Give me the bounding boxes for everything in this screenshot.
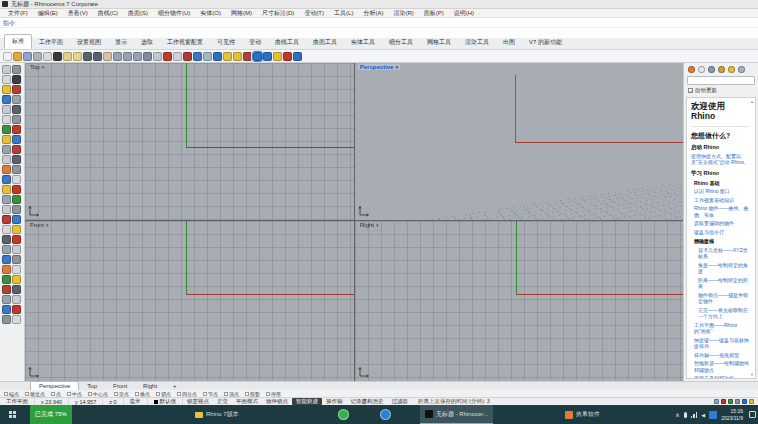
status-toggle[interactable]: 平面模式 — [232, 398, 262, 405]
osnap-toggle[interactable]: 四分点 — [177, 391, 197, 397]
undo-view-icon[interactable] — [183, 52, 192, 61]
new-file-icon[interactable] — [3, 52, 12, 61]
sun-icon[interactable] — [223, 52, 232, 61]
menu-item[interactable]: 编辑(E) — [33, 9, 63, 18]
help-link[interactable]: 认识 Rhino 窗口 — [691, 188, 749, 195]
scroll-down-icon[interactable]: ▼ — [750, 372, 754, 377]
sidebar-tool-icon[interactable] — [2, 125, 11, 134]
osnap-toggle[interactable]: 停用 — [266, 391, 281, 397]
sidebar-tool-icon[interactable] — [2, 215, 11, 224]
checkbox-icon[interactable] — [177, 392, 181, 396]
help-sphere-icon[interactable] — [293, 52, 302, 61]
sidebar-tool-icon[interactable] — [12, 235, 21, 244]
tag-icon[interactable] — [728, 66, 735, 73]
toolbar-tab[interactable]: 选取 — [134, 36, 160, 49]
sidebar-tool-icon[interactable] — [12, 65, 21, 74]
select-icon[interactable] — [153, 52, 162, 61]
checkbox-icon[interactable] — [156, 392, 160, 396]
menu-item[interactable]: 变动(T) — [299, 9, 329, 18]
toolbar-tab[interactable]: 渲染工具 — [458, 36, 496, 49]
toolbar-tab[interactable]: 标准 — [4, 34, 32, 49]
sidebar-tool-icon[interactable] — [2, 85, 11, 94]
status-toggle[interactable]: 操作轴 — [322, 398, 347, 405]
help-link[interactable]: 使用工具列和边栏 — [691, 375, 749, 379]
render-sphere-icon[interactable] — [263, 52, 272, 61]
lightbulb-icon[interactable] — [233, 52, 242, 61]
sidebar-tool-icon[interactable] — [12, 125, 21, 134]
clipboard-icon[interactable] — [73, 52, 82, 61]
toolbar-tab[interactable]: 细分工具 — [382, 36, 420, 49]
menu-item[interactable]: 渲染(R) — [388, 9, 418, 18]
menu-item[interactable]: 说明(H) — [449, 9, 479, 18]
taskbar-rhino-item[interactable]: 无标题 - Rhinocer... — [420, 405, 493, 424]
osnap-toggle[interactable]: 垂点 — [135, 391, 150, 397]
sidebar-tool-icon[interactable] — [12, 215, 21, 224]
toolbar-tab[interactable]: 曲线工具 — [268, 36, 306, 49]
render-globe-icon[interactable] — [253, 52, 262, 61]
menu-item[interactable]: 查看(V) — [63, 9, 93, 18]
osnap-toggle[interactable]: 顶点 — [224, 391, 239, 397]
sidebar-tool-icon[interactable] — [12, 165, 21, 174]
grid-icon[interactable] — [738, 66, 745, 73]
auto-update-checkbox[interactable]: ✓ — [688, 88, 693, 93]
sidebar-tool-icon[interactable] — [2, 95, 11, 104]
viewport-front[interactable]: Front ▾ — [25, 221, 354, 381]
checkbox-icon[interactable] — [266, 392, 270, 396]
status-toggle[interactable]: 过滤器 — [388, 398, 413, 405]
volume-icon[interactable]: ◀ — [701, 412, 705, 418]
help-link[interactable]: 距离——绘制特定的距离 — [691, 277, 749, 290]
sidebar-tool-icon[interactable] — [12, 155, 21, 164]
clock[interactable]: 15:26 2023/11/9 — [721, 408, 743, 421]
help-section-title[interactable]: 精确建模 — [691, 238, 749, 245]
osnap-toggle[interactable]: 交点 — [114, 391, 129, 397]
add-viewport-button[interactable]: + — [165, 382, 185, 390]
sidebar-tool-icon[interactable] — [12, 195, 21, 204]
panel-search-input[interactable] — [687, 76, 755, 85]
checkbox-icon[interactable] — [25, 392, 29, 396]
sidebar-tool-icon[interactable] — [12, 105, 21, 114]
help-section-title[interactable]: 学习 Rhino — [691, 170, 749, 177]
menu-item[interactable]: 实体(O) — [195, 9, 226, 18]
record-icon[interactable] — [283, 52, 292, 61]
mic-icon[interactable] — [684, 412, 687, 418]
checkbox-icon[interactable] — [51, 392, 55, 396]
status-toggle[interactable]: 记录建构历史 — [347, 398, 388, 405]
sidebar-tool-icon[interactable] — [2, 145, 11, 154]
sidebar-tool-icon[interactable] — [12, 225, 21, 234]
zoom-icon[interactable] — [113, 52, 122, 61]
menu-item[interactable]: 面板(P) — [419, 9, 449, 18]
toolbar-tab[interactable]: 出图 — [496, 36, 522, 49]
sidebar-tool-icon[interactable] — [2, 235, 11, 244]
taskbar-orange-item[interactable]: 效果软件 — [560, 405, 605, 424]
status-toggle[interactable]: 正交 — [213, 398, 232, 405]
sidebar-tool-icon[interactable] — [12, 205, 21, 214]
osnap-toggle[interactable]: 切点 — [156, 391, 171, 397]
help-link[interactable]: 物件锁点——捕捉并锁定物件 — [691, 292, 749, 305]
toolbar-tab[interactable]: 设置视图 — [70, 36, 108, 49]
sidebar-tool-icon[interactable] — [2, 105, 11, 114]
sidebar-tool-icon[interactable] — [2, 295, 11, 304]
open-folder-icon[interactable] — [13, 52, 22, 61]
redo-icon[interactable] — [93, 52, 102, 61]
checkbox-icon[interactable] — [4, 392, 8, 396]
sidebar-tool-icon[interactable] — [12, 145, 21, 154]
sidebar-tool-icon[interactable] — [12, 175, 21, 184]
print-icon[interactable] — [33, 52, 42, 61]
shaded-view-icon[interactable] — [193, 52, 202, 61]
toolbar-tab[interactable]: 工作平面 — [32, 36, 70, 49]
status-icon[interactable] — [714, 399, 719, 404]
sidebar-tool-icon[interactable] — [2, 75, 11, 84]
help-section-title[interactable]: 启动 Rhino — [691, 144, 749, 151]
network-icon[interactable] — [691, 412, 698, 418]
viewport-top[interactable]: Top ▾ — [25, 63, 354, 220]
sidebar-tool-icon[interactable] — [12, 85, 21, 94]
zoom-window-icon[interactable] — [123, 52, 132, 61]
viewport-right-title[interactable]: Right ▾ — [358, 222, 381, 228]
viewport-perspective[interactable]: Perspective ▾ — [355, 63, 683, 220]
start-button[interactable] — [0, 405, 24, 424]
cplane-button[interactable]: 工作平面 — [0, 398, 35, 405]
help-link[interactable]: 键盘与指令行 — [691, 229, 749, 236]
status-toggle[interactable]: 锁定格点 — [183, 398, 213, 405]
taskbar-blue-app-icon[interactable] — [380, 409, 391, 420]
sidebar-tool-icon[interactable] — [2, 255, 11, 264]
